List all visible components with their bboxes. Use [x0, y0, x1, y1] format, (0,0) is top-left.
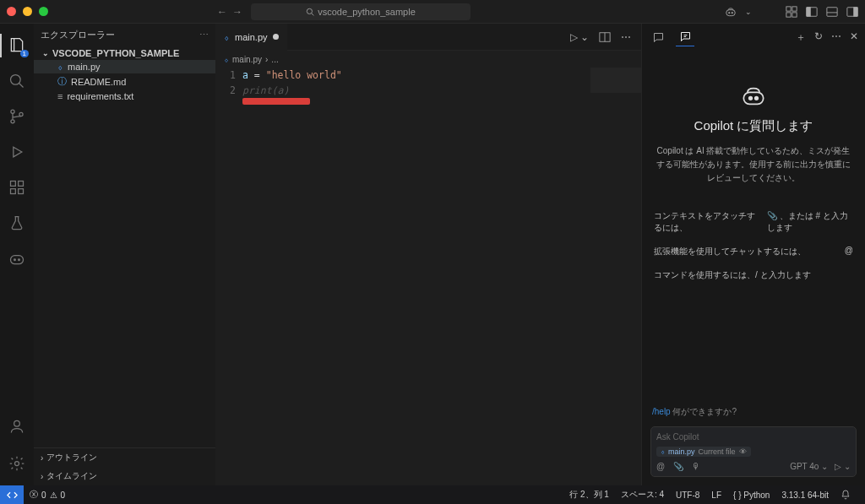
svg-marker-20 — [14, 147, 22, 157]
split-editor-icon[interactable] — [599, 31, 611, 43]
minimap-thumb[interactable] — [590, 68, 641, 93]
panel-left-icon[interactable] — [806, 6, 818, 18]
text-file-icon: ≡ — [57, 91, 63, 101]
svg-rect-22 — [19, 182, 24, 187]
indentation-status[interactable]: スペース: 4 — [615, 489, 670, 501]
nav-back-icon[interactable]: ← — [217, 6, 227, 18]
tab-main-py[interactable]: ⬨ main.py — [215, 24, 287, 51]
command-center[interactable]: vscode_python_sample — [251, 3, 471, 20]
tip-extension: 拡張機能を使用してチャットするには、@ — [654, 246, 853, 257]
breadcrumb-sep: › — [265, 55, 268, 64]
chevron-down-icon: ⌄ — [42, 49, 49, 57]
branch-icon — [8, 108, 25, 125]
svg-point-33 — [749, 97, 753, 100]
testing-tab[interactable] — [0, 208, 34, 238]
run-button[interactable]: ▷ ⌄ — [570, 31, 589, 43]
code-editor[interactable]: 1 2 a = "hello world" print(a) — [215, 68, 641, 485]
copilot-tab[interactable] — [0, 243, 34, 274]
svg-rect-14 — [854, 7, 857, 16]
svg-rect-10 — [807, 7, 810, 16]
python-icon: ⬨ — [224, 55, 229, 64]
outline-section[interactable]: ›アウトライン — [34, 448, 215, 467]
outline-label: アウトライン — [46, 452, 97, 463]
send-icon[interactable]: ▷ ⌄ — [835, 462, 851, 471]
svg-rect-5 — [786, 6, 791, 10]
copilot-desc: Copilot は AI 搭載で動作しているため、ミスが発生する可能性があります… — [654, 144, 853, 185]
explorer-label: エクスプローラー — [41, 29, 115, 41]
timeline-section[interactable]: ›タイムライン — [34, 467, 215, 485]
file-readme[interactable]: ⓘ README.md — [34, 73, 215, 89]
search-icon — [8, 73, 25, 89]
svg-rect-8 — [792, 12, 797, 16]
line-number: 1 — [215, 68, 236, 83]
close-icon[interactable]: ✕ — [850, 30, 858, 45]
accounts-button[interactable] — [0, 411, 34, 442]
language-status[interactable]: { } Python — [727, 489, 775, 501]
svg-rect-32 — [743, 92, 763, 104]
error-icon: ⓧ — [30, 489, 38, 501]
copilot-panel: ＋ ↻ ⋯ ✕ Copilot に質問します Copilot は AI 搭載で動… — [641, 24, 865, 485]
modified-dot-icon — [273, 34, 279, 40]
layout-customizer-icon[interactable] — [786, 6, 797, 18]
cursor-position[interactable]: 行 2、列 1 — [563, 489, 615, 501]
new-chat-icon[interactable]: ＋ — [796, 30, 806, 45]
chip-sub: Current file — [699, 447, 736, 456]
play-bug-icon — [8, 144, 25, 160]
status-bar: ⓧ0 ⚠0 行 2、列 1 スペース: 4 UTF-8 LF { } Pytho… — [0, 485, 865, 504]
copilot-status-icon[interactable] — [725, 6, 737, 18]
explorer-sidebar: エクスプローラー ⋯ ⌄ VSCODE_PYTHON_SAMPLE ⬨ main… — [34, 24, 215, 485]
encoding-status[interactable]: UTF-8 — [670, 489, 705, 501]
eol-status[interactable]: LF — [705, 489, 727, 501]
run-tab[interactable] — [0, 137, 34, 167]
settings-button[interactable] — [0, 448, 34, 479]
svg-rect-21 — [11, 182, 16, 187]
breadcrumb-tail: ... — [271, 55, 278, 64]
remote-button[interactable] — [0, 485, 24, 504]
svg-point-19 — [19, 112, 23, 116]
mention-icon[interactable]: @ — [656, 462, 665, 471]
svg-point-34 — [755, 97, 759, 100]
maximize-window-icon[interactable] — [39, 7, 48, 16]
problems-status[interactable]: ⓧ0 ⚠0 — [24, 489, 71, 501]
window-controls — [7, 7, 48, 16]
edits-tab[interactable] — [676, 28, 694, 46]
scm-tab[interactable] — [0, 101, 34, 132]
search-tab[interactable] — [0, 66, 34, 96]
minimap[interactable] — [590, 68, 641, 101]
minimize-window-icon[interactable] — [23, 7, 32, 16]
notifications-icon[interactable] — [835, 489, 857, 501]
nav-forward-icon[interactable]: → — [232, 6, 242, 18]
python-interpreter[interactable]: 3.13.1 64-bit — [775, 489, 835, 501]
context-chip[interactable]: ⬨ main.py Current file 👁 — [656, 447, 751, 457]
more-icon[interactable]: ⋯ — [199, 30, 209, 41]
close-window-icon[interactable] — [7, 7, 16, 16]
gear-icon — [8, 455, 25, 472]
chevron-down-icon[interactable]: ⌄ — [745, 8, 752, 16]
attach-icon[interactable]: 📎 — [673, 462, 683, 471]
more-icon[interactable]: ⋯ — [831, 30, 841, 45]
file-label: README.md — [71, 77, 126, 87]
model-picker[interactable]: GPT 4o ⌄ — [790, 462, 828, 471]
file-requirements[interactable]: ≡ requirements.txt — [34, 89, 215, 103]
chat-icon — [652, 31, 665, 44]
svg-point-15 — [11, 75, 21, 85]
chat-placeholder: Ask Copilot — [656, 432, 851, 442]
breadcrumb[interactable]: ⬨ main.py › ... — [215, 51, 641, 68]
chat-tab[interactable] — [649, 28, 667, 46]
file-label: requirements.txt — [67, 91, 133, 101]
history-icon[interactable]: ↻ — [814, 30, 823, 45]
chat-input[interactable]: Ask Copilot ⬨ main.py Current file 👁 @ 📎… — [650, 426, 857, 477]
folder-header[interactable]: ⌄ VSCODE_PYTHON_SAMPLE — [34, 46, 215, 60]
mic-icon[interactable]: 🎙 — [692, 462, 700, 471]
svg-point-17 — [11, 110, 14, 113]
panel-bottom-icon[interactable] — [826, 6, 838, 18]
annotation-underline — [242, 98, 310, 105]
explorer-tab[interactable]: 1 — [0, 30, 34, 61]
help-command: /help — [652, 407, 671, 416]
extensions-tab[interactable] — [0, 172, 34, 203]
file-main-py[interactable]: ⬨ main.py — [34, 60, 215, 73]
tip-command: コマンドを使用するには、/ と入力します — [654, 269, 853, 281]
panel-right-icon[interactable] — [846, 6, 858, 18]
svg-point-3 — [729, 12, 730, 13]
more-icon[interactable]: ⋯ — [621, 31, 631, 43]
